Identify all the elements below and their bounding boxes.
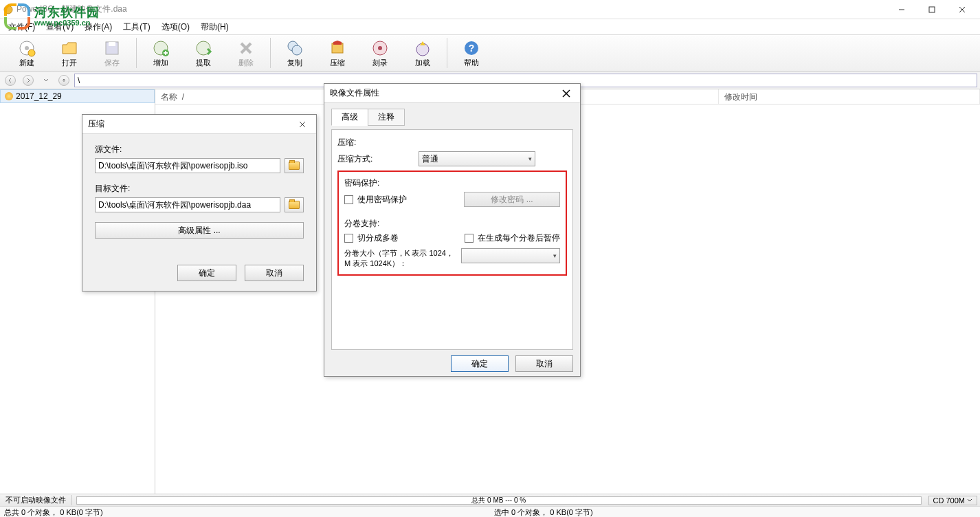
minimize-button[interactable] [887, 0, 917, 19]
chevron-down-icon: ▾ [528, 155, 532, 162]
tb-extract-label: 提取 [196, 58, 211, 68]
open-icon [60, 38, 79, 58]
menu-tools[interactable]: 工具(T) [118, 20, 155, 34]
source-browse-button[interactable] [285, 158, 304, 173]
chevron-down-icon: ▾ [553, 252, 557, 259]
menubar: 文件(F) 查看(V) 操作(A) 工具(T) 选项(O) 帮助(H) [0, 19, 980, 34]
tb-mount[interactable]: 加载 [401, 36, 444, 70]
add-icon [151, 38, 170, 58]
tb-mount-label: 加载 [415, 58, 430, 68]
tb-save[interactable]: 保存 [91, 36, 133, 70]
tree-item-label: 2017_12_29 [16, 91, 62, 101]
props-dialog-titlebar: 映像文件属性 [324, 84, 580, 103]
split-enable-label: 切分成多卷 [357, 232, 460, 244]
tab-comment[interactable]: 注释 [368, 109, 405, 126]
tb-burn-label: 刻录 [372, 58, 388, 68]
close-button[interactable] [947, 0, 977, 19]
svg-point-0 [4, 6, 12, 14]
split-pause-checkbox[interactable] [465, 234, 474, 243]
delete-icon [236, 38, 256, 58]
tb-add-label: 增加 [153, 58, 168, 68]
tb-add[interactable]: 增加 [140, 36, 182, 70]
change-password-button[interactable]: 修改密码 ... [464, 192, 560, 207]
compress-dialog-title: 压缩 [88, 118, 294, 130]
menu-file[interactable]: 文件(F) [3, 20, 41, 34]
toolbar: 新建 打开 保存 增加 提取 删除 复制 压缩 刻录 加载 ? 帮助 [0, 34, 980, 72]
tb-new[interactable]: 新建 [5, 36, 48, 70]
svg-point-6 [25, 46, 29, 50]
maximize-button[interactable] [917, 0, 947, 19]
split-pause-label: 在生成每个分卷后暂停 [478, 232, 560, 244]
props-ok-button[interactable]: 确定 [451, 355, 509, 372]
password-section-label: 密码保护: [344, 177, 560, 189]
svg-rect-9 [109, 42, 115, 46]
use-password-label: 使用密码保护 [357, 194, 407, 206]
status-bootinfo: 不可启动映像文件 [0, 495, 72, 505]
tb-help[interactable]: ? 帮助 [450, 36, 493, 70]
svg-point-7 [28, 50, 35, 56]
split-enable-checkbox[interactable] [344, 234, 353, 243]
chevron-down-icon [967, 498, 972, 503]
props-cancel-button[interactable]: 取消 [515, 355, 573, 372]
tab-content: 压缩: 压缩方式: 普通 ▾ 密码保护: 使用密码保护 修改密码 ... 分卷支… [331, 129, 573, 350]
col-moddate[interactable]: 修改时间 [719, 89, 980, 104]
target-file-label: 目标文件: [95, 183, 304, 195]
nav-forward[interactable] [21, 74, 36, 87]
compress-mode-select[interactable]: 普通 ▾ [419, 151, 535, 166]
split-size-label: 分卷大小（字节，K 表示 1024，M 表示 1024K）： [344, 248, 456, 269]
menu-help[interactable]: 帮助(H) [195, 20, 234, 34]
props-dialog-close[interactable] [558, 85, 575, 102]
toolbar-separator [270, 38, 271, 68]
tree-item-root[interactable]: 2017_12_29 [0, 89, 155, 103]
tb-new-label: 新建 [19, 58, 34, 68]
tab-advanced[interactable]: 高级 [331, 109, 368, 126]
tb-open[interactable]: 打开 [48, 36, 91, 70]
tb-save-label: 保存 [104, 58, 120, 68]
svg-rect-19 [332, 43, 343, 53]
folder-icon [289, 162, 300, 170]
titlebar: PowerISO - 新建映像文件.daa [0, 0, 980, 19]
compress-cancel-button[interactable]: 取消 [245, 265, 304, 281]
target-file-input[interactable] [95, 197, 280, 212]
advanced-properties-button[interactable]: 高级属性 ... [95, 222, 304, 239]
nav-back[interactable] [3, 74, 18, 87]
tb-extract[interactable]: 提取 [182, 36, 225, 70]
split-size-select[interactable]: ▾ [461, 248, 560, 263]
disc-icon [5, 92, 13, 100]
window-buttons [887, 0, 977, 19]
tb-help-label: 帮助 [464, 58, 479, 68]
nav-up[interactable] [56, 74, 71, 87]
use-password-checkbox[interactable] [344, 195, 353, 204]
source-file-input[interactable] [95, 158, 280, 173]
help-icon: ? [462, 38, 481, 58]
burn-icon [370, 38, 390, 58]
status-total: 总共 0 个对象， 0 KB(0 字节) [0, 507, 490, 517]
compress-mode-label: 压缩方式: [337, 153, 413, 165]
compress-ok-button[interactable]: 确定 [177, 265, 236, 281]
tb-compress[interactable]: 压缩 [316, 36, 359, 70]
target-browse-button[interactable] [285, 197, 304, 212]
tb-copy-label: 复制 [287, 58, 302, 68]
tb-compress-label: 压缩 [330, 58, 345, 68]
app-icon [3, 4, 14, 15]
tb-burn[interactable]: 刻录 [359, 36, 401, 70]
path-value: \ [78, 76, 80, 85]
menu-view[interactable]: 查看(V) [41, 20, 79, 34]
menu-action[interactable]: 操作(A) [79, 20, 118, 34]
compress-icon [328, 38, 347, 58]
status-media[interactable]: CD 700M [928, 496, 977, 505]
compress-dialog-close[interactable] [294, 116, 311, 133]
mount-icon [413, 38, 432, 58]
copy-icon [285, 38, 304, 58]
status-selected: 选中 0 个对象， 0 KB(0 字节) [490, 507, 980, 517]
save-icon [102, 38, 122, 58]
folder-icon [289, 201, 300, 209]
tb-copy[interactable]: 复制 [274, 36, 316, 70]
highlighted-section: 密码保护: 使用密码保护 修改密码 ... 分卷支持: 切分成多卷 在生成每个分… [337, 170, 567, 276]
menu-options[interactable]: 选项(O) [156, 20, 195, 34]
nav-history-dropdown[interactable] [38, 74, 54, 87]
tb-delete[interactable]: 删除 [225, 36, 267, 70]
props-dialog-title: 映像文件属性 [330, 87, 558, 99]
compress-dialog-titlebar: 压缩 [82, 115, 316, 134]
svg-point-21 [378, 46, 382, 50]
